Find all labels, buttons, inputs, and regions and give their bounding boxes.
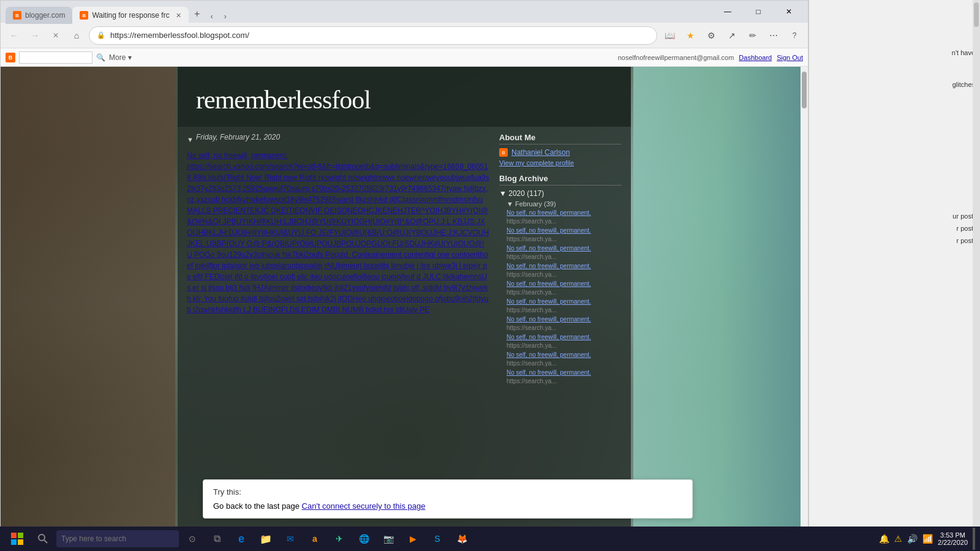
taskbar-chrome-icon[interactable]: 🌐: [353, 528, 375, 550]
svg-rect-1: [18, 533, 23, 538]
back-button[interactable]: ←: [6, 27, 23, 44]
archive-entry-4: No self, no freewill, permanent. https:/…: [507, 280, 622, 297]
blogger-more-button[interactable]: More ▾: [109, 53, 132, 62]
taskbar-mail-icon[interactable]: ✉: [279, 528, 301, 550]
favorites-icon[interactable]: ★: [682, 27, 699, 44]
archive-url-3: https://search.ya...: [507, 271, 557, 278]
svg-rect-2: [11, 539, 17, 545]
post-title[interactable]: No self, no freewill, permanent.: [187, 151, 288, 160]
tab-close-button[interactable]: ✕: [176, 12, 181, 20]
help-button[interactable]: ?: [786, 27, 803, 44]
maximize-button[interactable]: □: [744, 2, 772, 21]
taskbar-firefox-icon[interactable]: 🦊: [451, 528, 473, 550]
home-button[interactable]: ⌂: [68, 27, 85, 44]
new-tab-button[interactable]: +: [189, 6, 206, 23]
post-date: Friday, February 21, 2020: [196, 133, 280, 141]
archive-entry-0: No self, no freewill, permanent. https:/…: [507, 209, 622, 226]
taskbar-camera-icon[interactable]: 📷: [377, 528, 399, 550]
address-bar[interactable]: 🔒 https://rememberlessfool.blogspot.com/: [89, 26, 657, 45]
taskbar-task-view-icon[interactable]: ⧉: [206, 528, 228, 550]
close-button[interactable]: ✕: [775, 2, 803, 21]
refresh-button[interactable]: ✕: [47, 27, 64, 44]
main-content: rememberlessfool ▼ Friday, February 21, …: [1, 67, 808, 537]
taskbar-volume-icon[interactable]: 🔊: [907, 534, 918, 544]
archive-link-6[interactable]: No self, no freewill, permanent.: [507, 316, 591, 323]
svg-rect-3: [18, 539, 23, 545]
more-icon[interactable]: ⋯: [765, 27, 782, 44]
taskbar-skype-icon[interactable]: S: [426, 528, 448, 550]
archive-year[interactable]: ▼ 2020 (117): [499, 189, 622, 198]
blog-container: rememberlessfool ▼ Friday, February 21, …: [178, 67, 631, 537]
blogger-search-btn[interactable]: 🔍: [96, 53, 105, 62]
tab-arrow-right[interactable]: ›: [219, 10, 232, 23]
edit-icon[interactable]: ✏: [744, 27, 761, 44]
archive-url-4: https://search.ya...: [507, 289, 557, 296]
taskbar-edge-icon[interactable]: e: [230, 528, 252, 550]
windows-logo-icon: [11, 533, 23, 545]
taskbar-desktop-btn[interactable]: [973, 528, 975, 550]
archive-link-7[interactable]: No self, no freewill, permanent.: [507, 334, 591, 340]
archive-entry-5: No self, no freewill, permanent. https:/…: [507, 298, 622, 315]
author-name[interactable]: Nathaniel Carlson: [511, 148, 570, 157]
taskbar-vlc-icon[interactable]: ▶: [402, 528, 424, 550]
archive-month-label: February: [515, 200, 542, 208]
about-section: About Me B Nathaniel Carlson View my com…: [499, 133, 622, 167]
archive-link-2[interactable]: No self, no freewill, permanent.: [507, 245, 591, 252]
archive-link-1[interactable]: No self, no freewill, permanent.: [507, 227, 591, 234]
archive-entry-9: No self, no freewill, permanent. https:/…: [507, 369, 622, 386]
scrollbar-thumb[interactable]: [802, 72, 807, 108]
blogger-bar: B 🔍 More ▾ noselfnofreewillpermanent@gma…: [1, 48, 808, 67]
forward-button[interactable]: →: [26, 27, 43, 44]
archive-url-9: https://search.ya...: [507, 378, 557, 384]
about-title: About Me: [499, 133, 622, 144]
right-panel: n't have glitches ur post. r post. r pos…: [809, 0, 980, 527]
reading-view-icon[interactable]: 📖: [661, 27, 678, 44]
profile-row: B Nathaniel Carlson: [499, 148, 622, 157]
archive-link-5[interactable]: No self, no freewill, permanent.: [507, 298, 591, 305]
url-text: https://rememberlessfool.blogspot.com/: [110, 31, 649, 40]
taskbar-notification-icon[interactable]: 🔔: [879, 534, 889, 544]
share-icon[interactable]: ↗: [723, 27, 741, 44]
blogger-search-input[interactable]: [19, 51, 92, 64]
post-content[interactable]: No self, no freewill, permanent. https:/…: [187, 150, 490, 315]
taskbar-amazon-icon[interactable]: a: [304, 528, 326, 550]
archive-link-8[interactable]: No self, no freewill, permanent.: [507, 351, 591, 358]
archive-section: Blog Archive ▼ 2020 (117) ▼ February (39…: [499, 174, 622, 386]
post-body[interactable]: https://search.yahoo.com/search?ei=utf-8…: [187, 162, 489, 314]
popup-text: Go back to the last page: [213, 501, 300, 511]
right-panel-message-0: n't have: [952, 49, 975, 56]
archive-toggle[interactable]: ▼: [499, 189, 508, 198]
signout-link[interactable]: Sign Out: [777, 54, 803, 61]
archive-entry-7: No self, no freewill, permanent. https:/…: [507, 333, 622, 350]
archive-link-3[interactable]: No self, no freewill, permanent.: [507, 263, 591, 269]
taskbar-explorer-icon[interactable]: 📁: [255, 528, 277, 550]
taskbar-search-input[interactable]: [56, 530, 179, 547]
archive-month[interactable]: ▼ February (39): [507, 200, 622, 208]
popup-link[interactable]: Can't connect securely to this page: [302, 501, 426, 511]
scrollbar[interactable]: [801, 67, 808, 537]
tab-blogger[interactable]: B blogger.com: [6, 7, 72, 24]
archive-link-9[interactable]: No self, no freewill, permanent.: [507, 369, 591, 376]
settings-icon[interactable]: ⚙: [703, 27, 720, 44]
tab-arrow-left[interactable]: ‹: [206, 10, 218, 23]
view-profile-link[interactable]: View my complete profile: [499, 159, 622, 167]
taskbar-tripadvisor-icon[interactable]: ✈: [328, 528, 350, 550]
archive-title: Blog Archive: [499, 174, 622, 186]
taskbar-search-icon[interactable]: [32, 528, 54, 550]
dashboard-link[interactable]: Dashboard: [739, 54, 772, 61]
start-button[interactable]: [5, 527, 29, 551]
taskbar-antivirus-icon[interactable]: ⚠: [894, 534, 902, 544]
archive-link-4[interactable]: No self, no freewill, permanent.: [507, 280, 591, 287]
archive-entry-3: No self, no freewill, permanent. https:/…: [507, 262, 622, 279]
minimize-button[interactable]: —: [714, 2, 742, 21]
blog-background: rememberlessfool ▼ Friday, February 21, …: [1, 67, 808, 537]
blog-main: ▼ Friday, February 21, 2020 No self, no …: [187, 133, 490, 531]
archive-entry-2: No self, no freewill, permanent. https:/…: [507, 244, 622, 261]
taskbar-cortana-icon[interactable]: ⊙: [181, 528, 203, 550]
archive-url-8: https://search.ya...: [507, 360, 557, 367]
archive-month-toggle[interactable]: ▼: [507, 200, 515, 208]
archive-link-0[interactable]: No self, no freewill, permanent.: [507, 209, 591, 216]
blogger-right: noselfnofreewillpermanent@gmail.com Dash…: [618, 54, 803, 61]
tab-waiting[interactable]: B Waiting for response frc ✕: [72, 7, 188, 24]
taskbar-network-icon[interactable]: 📶: [922, 534, 933, 544]
